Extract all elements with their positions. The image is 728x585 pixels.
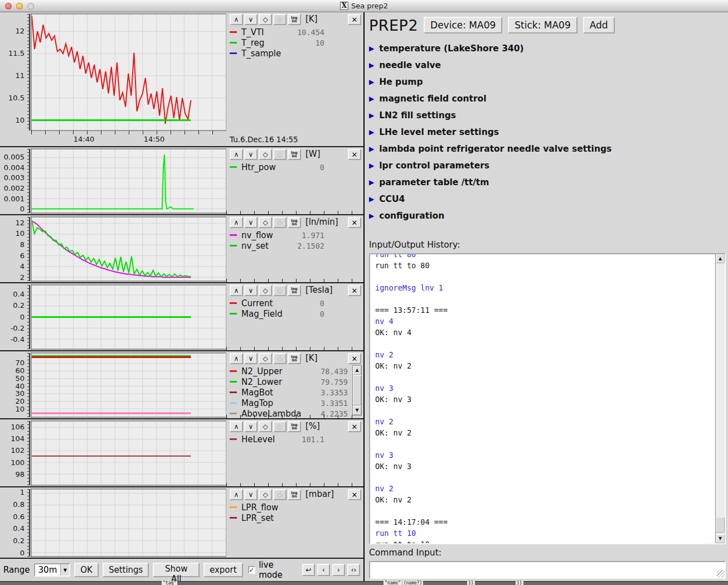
scroll-down-button[interactable]: ∨ [244, 421, 258, 432]
zoom-out-full-button[interactable]: ◇ [259, 353, 272, 364]
history-response-line [375, 271, 715, 282]
tree-item-ccu4[interactable]: ▶CCU4 [369, 191, 726, 207]
zoom-out-full-button[interactable]: ◇ [259, 14, 272, 25]
range-dropdown[interactable]: 30m ▼ [34, 563, 71, 577]
show-all-button[interactable]: Show All [153, 563, 200, 577]
tree-item-parameter-table-tt-tm[interactable]: ▶parameter table /tt/tm [369, 174, 726, 191]
ok-button[interactable]: OK [74, 563, 99, 577]
expand-range-button[interactable]: ‹› [347, 564, 360, 576]
y-tick-label: 100 [11, 458, 25, 466]
plot-area[interactable] [31, 489, 226, 557]
close-chart-button[interactable]: ✕ [348, 489, 361, 500]
plot-area[interactable] [31, 149, 226, 213]
plot-area[interactable] [31, 14, 226, 130]
tree-expand-arrow-icon[interactable]: ▶ [369, 128, 374, 136]
close-chart-button[interactable]: ✕ [348, 149, 361, 160]
log-lin-toggle-button[interactable]: log lin [288, 14, 301, 25]
legend-scrollbar[interactable]: ▲▼ [352, 365, 362, 415]
log-lin-toggle-button[interactable]: log lin [288, 217, 301, 228]
tree-item-lhe-level-meter-settings[interactable]: ▶LHe level meter settings [369, 124, 726, 141]
tree-item-label: LHe level meter settings [379, 127, 499, 137]
scroll-up-button[interactable]: ∧ [230, 489, 243, 500]
tree-expand-arrow-icon[interactable]: ▶ [369, 162, 374, 170]
zoom-out-full-button[interactable]: ◇ [259, 285, 272, 296]
stick-button[interactable]: Stick: MA09 [508, 17, 577, 33]
tree-expand-arrow-icon[interactable]: ▶ [369, 112, 374, 119]
zoom-disabled-button: ◇ [273, 285, 287, 296]
scroll-up-button[interactable]: ∧ [230, 217, 243, 228]
window-zoom-icon[interactable] [27, 3, 34, 9]
scroll-down-button[interactable]: ∨ [244, 285, 258, 296]
tree-expand-arrow-icon[interactable]: ▶ [369, 78, 374, 86]
log-lin-toggle-button[interactable]: log lin [288, 489, 301, 500]
tree-item-lambda-point-refrigerator-needle-valve-settings[interactable]: ▶lambda point refrigerator needle valve … [369, 141, 726, 157]
plot-area[interactable] [31, 353, 226, 417]
scroll-down-button[interactable]: ∨ [244, 489, 258, 500]
live-mode-toggle[interactable]: ✓ live mode [248, 560, 298, 580]
tree-item-needle-valve[interactable]: ▶needle valve [369, 57, 726, 74]
close-chart-button[interactable]: ✕ [348, 285, 361, 296]
tree-expand-arrow-icon[interactable]: ▶ [369, 145, 374, 153]
close-chart-button[interactable]: ✕ [348, 14, 361, 25]
scroll-up-arrow-icon[interactable]: ▲ [353, 366, 361, 375]
tree-item-magnetic-field-control[interactable]: ▶magnetic field control [369, 90, 726, 107]
scroll-down-button[interactable]: ∨ [244, 149, 258, 160]
tree-expand-arrow-icon[interactable]: ▶ [369, 195, 374, 203]
chevron-down-icon[interactable]: ▼ [60, 564, 69, 576]
close-chart-button[interactable]: ✕ [348, 421, 361, 432]
tree-expand-arrow-icon[interactable]: ▶ [369, 95, 374, 103]
checkbox-checked-icon[interactable]: ✓ [248, 566, 256, 574]
scroll-up-button[interactable]: ∧ [230, 421, 243, 432]
zoom-out-full-button[interactable]: ◇ [259, 421, 272, 432]
scroll-down-button[interactable]: ∨ [244, 217, 258, 228]
device-button[interactable]: Device: MA09 [424, 17, 502, 33]
tree-expand-arrow-icon[interactable]: ▶ [369, 45, 374, 52]
scrollbar-thumb[interactable] [353, 375, 361, 405]
plot-area[interactable] [31, 217, 226, 281]
resize-grip-icon[interactable] [717, 570, 725, 578]
settings-button[interactable]: Settings [103, 563, 149, 577]
tree-expand-arrow-icon[interactable]: ▶ [369, 61, 374, 69]
scroll-down-button[interactable]: ∨ [244, 14, 258, 25]
tree-item-he-pump[interactable]: ▶He pump [369, 74, 726, 90]
log-lin-toggle-button[interactable]: log lin [288, 421, 301, 432]
tree-item-lpr-control-parameters[interactable]: ▶lpr control parameters [369, 157, 726, 174]
tree-item-configuration[interactable]: ▶configuration [369, 207, 726, 224]
legend-toolbar: ∧∨◇◇log lin[mbar]✕ [230, 489, 361, 500]
close-chart-button[interactable]: ✕ [348, 353, 361, 364]
scroll-down-button[interactable]: ∨ [244, 353, 258, 364]
log-lin-toggle-button[interactable]: log lin [288, 353, 301, 364]
export-button[interactable]: export [203, 563, 243, 577]
log-lin-toggle-button[interactable]: log lin [288, 149, 301, 160]
window-close-icon[interactable] [5, 3, 12, 9]
zoom-out-full-button[interactable]: ◇ [259, 217, 272, 228]
tree-item-ln2-fill-settings[interactable]: ▶LN2 fill settings [369, 107, 726, 124]
scroll-down-arrow-icon[interactable]: ▼ [716, 534, 725, 543]
window-minimize-icon[interactable] [16, 3, 23, 9]
tree-expand-arrow-icon[interactable]: ▶ [369, 212, 374, 220]
scroll-up-arrow-icon[interactable]: ▲ [716, 254, 725, 263]
tree-item-temperature-lakeshore-340[interactable]: ▶temperature (LakeShore 340) [369, 40, 726, 57]
pan-left-button[interactable]: ‹ [317, 564, 330, 576]
close-chart-button[interactable]: ✕ [348, 217, 361, 228]
plot-area[interactable] [31, 285, 226, 349]
scroll-up-button[interactable]: ∧ [230, 353, 243, 364]
plot-area[interactable] [31, 421, 226, 485]
add-button[interactable]: Add [583, 17, 615, 33]
scroll-up-button[interactable]: ∧ [230, 14, 243, 25]
zoom-out-full-button[interactable]: ◇ [259, 149, 272, 160]
jump-latest-button[interactable]: ↩ [302, 564, 315, 576]
command-input[interactable] [370, 562, 725, 578]
io-history-box[interactable]: run tt 80run tt to 80 ignoreMsg lnv 1 ==… [369, 253, 726, 544]
pan-right-button[interactable]: › [332, 564, 345, 576]
x-tick-label: 14:40 [74, 135, 94, 143]
scrollbar-thumb[interactable] [716, 517, 725, 533]
tree-expand-arrow-icon[interactable]: ▶ [369, 178, 374, 186]
scroll-up-button[interactable]: ∧ [230, 285, 243, 296]
scroll-up-button[interactable]: ∧ [230, 149, 243, 160]
zoom-out-full-button[interactable]: ◇ [259, 489, 272, 500]
io-history-scrollbar[interactable]: ▲ ▼ [715, 254, 725, 543]
log-lin-toggle-button[interactable]: log lin [288, 285, 301, 296]
series-name: nv_set [241, 241, 269, 251]
scroll-down-arrow-icon[interactable]: ▼ [353, 406, 361, 415]
